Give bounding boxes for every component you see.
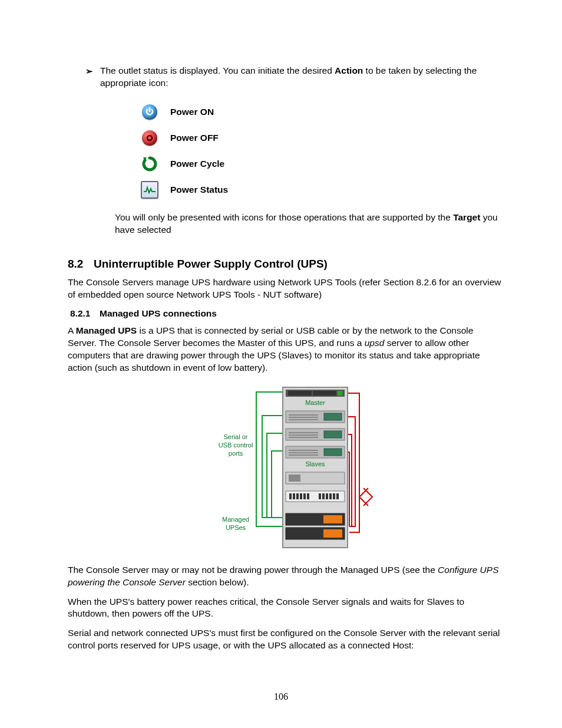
power-cycle-label: Power Cycle xyxy=(170,159,224,169)
svg-rect-7 xyxy=(324,413,342,420)
diagram-usb-label: USB control xyxy=(218,442,253,449)
after-diagram-p1: The Console Server may or may not be dra… xyxy=(68,564,503,589)
svg-rect-31 xyxy=(322,493,325,499)
section-intro-paragraph: The Console Servers manage UPS hardware … xyxy=(68,276,503,301)
power-on-label: Power ON xyxy=(170,107,214,117)
svg-rect-22 xyxy=(289,475,300,482)
managed-ups-paragraph: A Managed UPS is a UPS that is connected… xyxy=(68,325,503,374)
svg-rect-32 xyxy=(326,493,328,499)
followup-text: You will only be presented with icons fo… xyxy=(115,212,503,236)
svg-rect-15 xyxy=(289,437,318,438)
page-number: 106 xyxy=(0,691,562,702)
after-diagram-p3: Serial and network connected UPS's must … xyxy=(68,627,503,652)
section-number: 8.2 xyxy=(68,258,94,271)
icon-row-power-off: Power OFF xyxy=(129,125,503,151)
rack-diagram: Master Slaves xyxy=(68,385,503,550)
svg-rect-10 xyxy=(289,419,318,420)
svg-rect-37 xyxy=(323,515,342,523)
icon-legend-table: Power ON Power OFF xyxy=(129,99,503,203)
bold-target: Target xyxy=(453,212,480,222)
section-title: Uninterruptible Power Supply Control (UP… xyxy=(94,258,328,271)
power-off-label: Power OFF xyxy=(170,133,219,143)
svg-rect-8 xyxy=(289,414,318,416)
svg-rect-20 xyxy=(289,454,318,456)
svg-rect-25 xyxy=(293,493,295,499)
subsection-title: Managed UPS connections xyxy=(100,308,217,319)
svg-rect-17 xyxy=(324,449,342,456)
diagram-upses-label: UPSes xyxy=(225,524,246,531)
svg-rect-34 xyxy=(333,493,335,499)
bold-managed-ups: Managed UPS xyxy=(76,325,137,335)
bullet-text: The outlet status is displayed. You can … xyxy=(100,65,503,90)
icon-row-power-status: Power Status xyxy=(129,177,503,203)
subsection-number: 8.2.1 xyxy=(70,308,100,319)
svg-rect-18 xyxy=(289,450,318,451)
svg-rect-14 xyxy=(289,434,318,436)
diagram-managed-label: Managed xyxy=(222,516,249,523)
svg-rect-39 xyxy=(323,529,342,538)
bullet-item: ➢ The outlet status is displayed. You ca… xyxy=(85,65,503,236)
text: The Console Server may or may not be dra… xyxy=(68,565,438,575)
bullet-arrow-icon: ➢ xyxy=(85,65,93,77)
italic-upsd: upsd xyxy=(365,338,385,348)
svg-rect-4 xyxy=(313,391,336,396)
text: The outlet status is displayed. You can … xyxy=(100,65,335,75)
icon-row-power-cycle: Power Cycle xyxy=(129,151,503,177)
svg-rect-28 xyxy=(303,493,306,499)
svg-rect-33 xyxy=(329,493,332,499)
svg-rect-24 xyxy=(289,493,292,499)
diagram-master-label: Master xyxy=(305,399,325,406)
text: A xyxy=(68,325,76,335)
after-diagram-p2: When the UPS's battery power reaches cri… xyxy=(68,596,503,621)
svg-rect-5 xyxy=(338,391,342,396)
power-cycle-icon xyxy=(141,156,158,172)
svg-rect-30 xyxy=(319,493,321,499)
bold-action: Action xyxy=(335,65,363,75)
power-off-icon xyxy=(142,130,157,146)
power-status-label: Power Status xyxy=(170,185,228,195)
svg-rect-29 xyxy=(307,493,309,499)
power-status-icon xyxy=(141,181,158,199)
svg-rect-3 xyxy=(288,391,312,396)
diagram-slaves-label: Slaves xyxy=(305,460,325,467)
diagram-serial-label: Serial or xyxy=(223,433,247,440)
text: section below). xyxy=(186,577,249,587)
svg-rect-35 xyxy=(336,493,339,499)
svg-rect-12 xyxy=(324,431,342,438)
subsection-heading-8-2-1: 8.2.1 Managed UPS connections xyxy=(70,308,503,319)
svg-rect-19 xyxy=(289,452,318,453)
svg-rect-26 xyxy=(296,493,299,499)
svg-point-0 xyxy=(147,136,152,140)
power-on-icon xyxy=(142,104,157,120)
text: You will only be presented with icons fo… xyxy=(115,212,453,222)
svg-rect-9 xyxy=(289,417,318,418)
svg-rect-27 xyxy=(300,493,302,499)
section-heading-8-2: 8.2 Uninterruptible Power Supply Control… xyxy=(68,258,503,271)
diagram-ports-label: ports xyxy=(228,450,243,457)
svg-rect-13 xyxy=(289,432,318,433)
icon-row-power-on: Power ON xyxy=(129,99,503,125)
